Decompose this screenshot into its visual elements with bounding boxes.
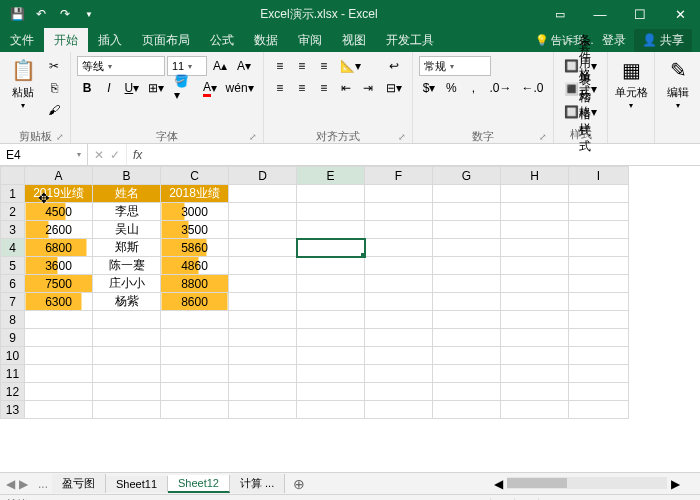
cell[interactable] — [297, 347, 365, 365]
sheet-area[interactable]: ABCDEFGHI12019业绩姓名2018业绩24500李思300032600… — [0, 166, 700, 472]
cell[interactable]: 8600 — [161, 293, 229, 311]
cell[interactable]: 郑斯 — [93, 239, 161, 257]
enter-formula-icon[interactable]: ✓ — [110, 148, 120, 162]
cell[interactable] — [501, 365, 569, 383]
cell[interactable]: 3000 — [161, 203, 229, 221]
col-header[interactable]: C — [161, 167, 229, 185]
row-header[interactable]: 10 — [1, 347, 25, 365]
border-button[interactable]: ⊞▾ — [145, 78, 168, 98]
comma-icon[interactable]: , — [463, 78, 483, 98]
decrease-font-icon[interactable]: A▾ — [233, 56, 255, 76]
cell[interactable] — [229, 383, 297, 401]
row-header[interactable]: 3 — [1, 221, 25, 239]
cell[interactable] — [229, 275, 297, 293]
alignment-launcher-icon[interactable]: ⤢ — [270, 132, 406, 142]
cell[interactable]: 3500 — [161, 221, 229, 239]
col-header[interactable] — [1, 167, 25, 185]
cell[interactable] — [501, 275, 569, 293]
increase-decimal-icon[interactable]: .0→ — [485, 78, 515, 98]
cell[interactable] — [501, 257, 569, 275]
cell[interactable] — [569, 401, 629, 419]
cell[interactable] — [433, 293, 501, 311]
orientation-icon[interactable]: 📐▾ — [336, 56, 365, 76]
cell[interactable] — [297, 221, 365, 239]
cell[interactable] — [569, 365, 629, 383]
cell[interactable] — [229, 347, 297, 365]
sheet-tab-3[interactable]: Sheet12 — [168, 475, 230, 493]
cell[interactable] — [25, 311, 93, 329]
cell[interactable] — [569, 311, 629, 329]
cut-icon[interactable]: ✂ — [44, 56, 64, 76]
cell[interactable] — [569, 203, 629, 221]
cell[interactable] — [569, 329, 629, 347]
col-header[interactable]: H — [501, 167, 569, 185]
cell[interactable] — [297, 203, 365, 221]
fill-color-button[interactable]: 🪣▾ — [170, 78, 198, 98]
cell[interactable]: 7500 — [25, 275, 93, 293]
tab-home[interactable]: 开始 — [44, 28, 88, 52]
undo-icon[interactable]: ↶ — [32, 5, 50, 23]
row-header[interactable]: 12 — [1, 383, 25, 401]
bold-button[interactable]: B — [77, 78, 97, 98]
cell[interactable] — [25, 365, 93, 383]
spreadsheet-grid[interactable]: ABCDEFGHI12019业绩姓名2018业绩24500李思300032600… — [0, 166, 629, 419]
cell[interactable] — [93, 311, 161, 329]
sheet-nav-more[interactable]: ... — [34, 477, 52, 491]
ribbon-options-icon[interactable]: ▭ — [540, 0, 580, 28]
cell[interactable] — [501, 203, 569, 221]
cell[interactable] — [569, 293, 629, 311]
sheet-nav-prev-icon[interactable]: ◀ — [6, 477, 15, 491]
cell[interactable]: 李思 — [93, 203, 161, 221]
row-header[interactable]: 4 — [1, 239, 25, 257]
clipboard-launcher-icon[interactable]: ⤢ — [6, 132, 64, 142]
cell[interactable] — [229, 257, 297, 275]
cell[interactable] — [501, 401, 569, 419]
cell[interactable] — [433, 275, 501, 293]
redo-icon[interactable]: ↷ — [56, 5, 74, 23]
indent-left-icon[interactable]: ⇤ — [336, 78, 356, 98]
cell[interactable] — [365, 203, 433, 221]
number-launcher-icon[interactable]: ⤢ — [419, 132, 548, 142]
row-header[interactable]: 1 — [1, 185, 25, 203]
tab-insert[interactable]: 插入 — [88, 28, 132, 52]
save-icon[interactable]: 💾 — [8, 5, 26, 23]
maximize-icon[interactable]: ☐ — [620, 0, 660, 28]
cell[interactable] — [93, 383, 161, 401]
cell[interactable] — [297, 311, 365, 329]
cell[interactable] — [501, 293, 569, 311]
cell[interactable] — [433, 311, 501, 329]
cell[interactable] — [93, 365, 161, 383]
row-header[interactable]: 11 — [1, 365, 25, 383]
cell[interactable] — [365, 347, 433, 365]
cell[interactable]: 2019业绩 — [25, 185, 93, 203]
share-button[interactable]: 👤 共享 — [634, 29, 692, 52]
cell[interactable] — [161, 311, 229, 329]
cell[interactable] — [501, 185, 569, 203]
font-color-button[interactable]: A▾ — [199, 78, 220, 98]
align-center-icon[interactable]: ≡ — [292, 78, 312, 98]
tab-data[interactable]: 数据 — [244, 28, 288, 52]
cell[interactable] — [25, 383, 93, 401]
align-right-icon[interactable]: ≡ — [314, 78, 334, 98]
cell[interactable] — [365, 365, 433, 383]
italic-button[interactable]: I — [99, 78, 119, 98]
cell[interactable] — [161, 347, 229, 365]
cell[interactable] — [161, 383, 229, 401]
wrap-text-icon[interactable]: ↩ — [382, 56, 406, 76]
merge-center-icon[interactable]: ⊟▾ — [382, 78, 406, 98]
cell[interactable] — [433, 221, 501, 239]
cell[interactable] — [433, 401, 501, 419]
sheet-tab-1[interactable]: 盈亏图 — [52, 474, 106, 493]
cell[interactable]: 6800 — [25, 239, 93, 257]
cell[interactable] — [297, 293, 365, 311]
cell[interactable] — [569, 221, 629, 239]
tab-review[interactable]: 审阅 — [288, 28, 332, 52]
cell[interactable] — [93, 329, 161, 347]
cell[interactable] — [433, 347, 501, 365]
cell[interactable] — [229, 203, 297, 221]
cell[interactable] — [93, 401, 161, 419]
cell[interactable]: 4860 — [161, 257, 229, 275]
cell-styles-button[interactable]: 🔲 单元格样式 ▾ — [560, 102, 601, 122]
cell[interactable] — [229, 239, 297, 257]
cell[interactable] — [365, 311, 433, 329]
